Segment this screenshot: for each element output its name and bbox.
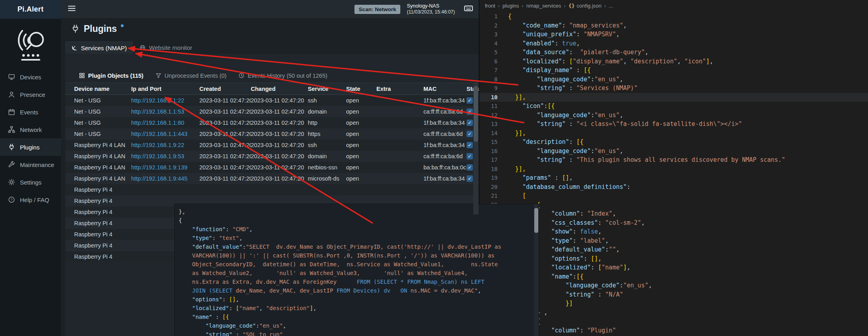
row-checkbox[interactable]: ✓: [466, 131, 473, 137]
column-header-device-name: Device name: [65, 86, 131, 92]
code-text: }],: [498, 93, 526, 102]
ip-port-link[interactable]: http://192.168.1.9:53: [131, 153, 184, 159]
sidebar-item-network[interactable]: Network: [0, 121, 61, 138]
line-number: 16: [479, 147, 498, 156]
code-line: 15 "description": [{: [479, 138, 868, 147]
cell-device-name: Raspberry Pi 4 LAN: [65, 153, 131, 159]
code-text: [: [498, 191, 526, 200]
tab-events-history-50-out-of-1265[interactable]: Events History (50 out of 1265): [234, 69, 332, 83]
cell-mac: ba:ba:ff:ca:ba:0c: [423, 164, 466, 171]
code-text: "string" : "This plugin shows all servic…: [498, 155, 785, 165]
code-line: 14 }],: [479, 129, 868, 138]
table-scrollbar[interactable]: [473, 83, 478, 214]
overlay-scrollbar[interactable]: [534, 204, 539, 336]
row-checkbox[interactable]: ✓: [466, 164, 473, 171]
line-number: 21: [479, 191, 498, 200]
line-number: 6: [479, 57, 498, 66]
code-text: "language_code":"en_us",: [498, 75, 623, 84]
sidebar-toggle-button[interactable]: [67, 4, 78, 14]
main-content: Plugins Services (NMAP)Website monitor P…: [61, 19, 479, 336]
ip-port-link[interactable]: http://192.168.1.1:80: [131, 120, 184, 126]
sidebar-item-settings[interactable]: Settings: [0, 173, 61, 191]
line-number: 15: [479, 138, 498, 147]
row-checkbox[interactable]: ✓: [466, 120, 473, 126]
cell-created: 2023-03-11 02:47:20: [199, 142, 251, 148]
satellite-logo-icon: [0, 19, 61, 68]
host-name: Synology-NAS: [407, 3, 455, 9]
code-line: 12 "language_code":"en_us",: [479, 111, 868, 120]
code-line: 10 }],: [479, 93, 868, 102]
code-line: "string" : "SQL to run": [179, 330, 533, 336]
tab-plugin-objects-115[interactable]: Plugin Objects (115): [74, 69, 148, 83]
sidebar-item-label: Devices: [20, 74, 41, 81]
cell-device-name: Raspberry Pi 4 LAN: [65, 175, 131, 182]
sidebar-item-plugins[interactable]: Plugins: [0, 138, 61, 156]
code-line: JOIN (SELECT dev_Name, dev_MAC, dev_Last…: [179, 286, 533, 295]
breadcrumb-item-plugins[interactable]: plugins: [502, 3, 519, 9]
breadcrumb-item-front[interactable]: front: [485, 3, 495, 9]
cell-service: microsoft-ds: [308, 175, 346, 182]
sidebar-item-help-faq[interactable]: ?Help / FAQ: [0, 191, 61, 208]
ip-port-link[interactable]: http://192.168.1.9:139: [131, 164, 187, 171]
overlay-scrollbar-thumb[interactable]: [534, 208, 538, 233]
cell-device-name: Raspberry Pi 4: [65, 209, 131, 215]
devices-icon: [8, 73, 15, 81]
braces-icon: {}: [569, 3, 575, 9]
row-checkbox[interactable]: ✓: [466, 97, 473, 104]
breadcrumb-item-nmap-services[interactable]: nmap_services: [526, 3, 561, 9]
sidebar-item-maintenance[interactable]: Maintenance: [0, 156, 61, 173]
column-header-ip-and-port: Ip and Port: [131, 86, 199, 92]
row-checkbox[interactable]: ✓: [466, 142, 473, 148]
line-number: 1: [479, 12, 498, 21]
sidebar-item-events[interactable]: Events: [0, 103, 61, 121]
code-editor-overlay[interactable]: },{ "function": "CMD", "type": "text", "…: [175, 204, 539, 336]
code-text: "display_name" : [{: [498, 66, 591, 75]
ip-port-link[interactable]: http://192.168.1.9:22: [131, 142, 184, 148]
ip-port-link[interactable]: http://192.168.1.9:445: [131, 175, 187, 182]
svg-text:?: ?: [10, 198, 12, 202]
cell-changed: 2023-03-11 02:47:20: [251, 120, 308, 126]
tab-unprocessed-events-0[interactable]: Unprocessed Events (0): [151, 69, 232, 83]
breadcrumb-item-more[interactable]: ...: [609, 3, 613, 9]
line-number: 13: [479, 120, 498, 129]
ip-port-link[interactable]: http://192.168.1.1:443: [131, 131, 187, 137]
row-checkbox[interactable]: ✓: [466, 108, 473, 115]
column-header-extra: Extra: [376, 86, 423, 92]
presence-icon: [8, 91, 15, 98]
tab-website-monitor[interactable]: Website monitor: [134, 41, 198, 54]
code-text: "string" : "Services (NMAP)": [498, 84, 638, 93]
cell-device-name: Raspberry Pi 4: [65, 253, 131, 260]
row-checkbox[interactable]: ✓: [466, 175, 473, 182]
code-text: "unique_prefix": "NMAPSRV",: [498, 30, 620, 39]
code-line: 16 "language_code":"en_us",: [479, 147, 868, 156]
sidebar-item-presence[interactable]: Presence: [0, 86, 61, 103]
cell-device-name: Raspberry Pi 4: [65, 231, 131, 238]
cell-created: 2023-03-11 02:47:20: [199, 153, 251, 159]
cell-mac: 1f:ba:ff:ca:ba:34: [423, 120, 466, 126]
cell-service: ssh: [308, 97, 346, 104]
ip-port-link[interactable]: http://192.168.1.1:53: [131, 108, 184, 115]
code-text: "icon":[{: [498, 102, 555, 111]
column-header-service: Service: [308, 86, 346, 92]
sidebar-menu: DevicesPresenceEventsNetworkPluginsMaint…: [0, 68, 61, 208]
title-info-dot[interactable]: [121, 24, 124, 27]
history-icon: [238, 73, 244, 79]
cell-ip-port: http://192.168.1.1:53: [131, 108, 199, 115]
breadcrumb-item-config-json[interactable]: {}config.json: [569, 3, 602, 9]
code-line: 3 "unique_prefix": "NMAPSRV",: [479, 30, 868, 39]
cell-ip-port: http://192.168.1.9:139: [131, 164, 199, 171]
code-line: {: [179, 216, 533, 225]
ip-port-link[interactable]: http://192.168.1.1:22: [131, 97, 184, 104]
tab-services-nmap[interactable]: Services (NMAP): [65, 41, 133, 54]
column-header-mac: MAC: [423, 86, 466, 92]
table-scrollbar-thumb[interactable]: [474, 86, 478, 142]
topbar-device-button[interactable]: [464, 4, 473, 15]
code-line: 5 "data_source": "pialert-db-query",: [479, 48, 868, 57]
app-logo[interactable]: Pi.Alert: [0, 0, 61, 19]
row-checkbox[interactable]: ✓: [466, 153, 473, 159]
cell-state: open: [346, 97, 376, 104]
code-text: "localized": ["display_name", "descripti…: [498, 57, 713, 66]
sidebar-item-label: Plugins: [20, 144, 39, 151]
code-line: "options": [],: [179, 295, 533, 304]
sidebar-item-devices[interactable]: Devices: [0, 68, 61, 86]
